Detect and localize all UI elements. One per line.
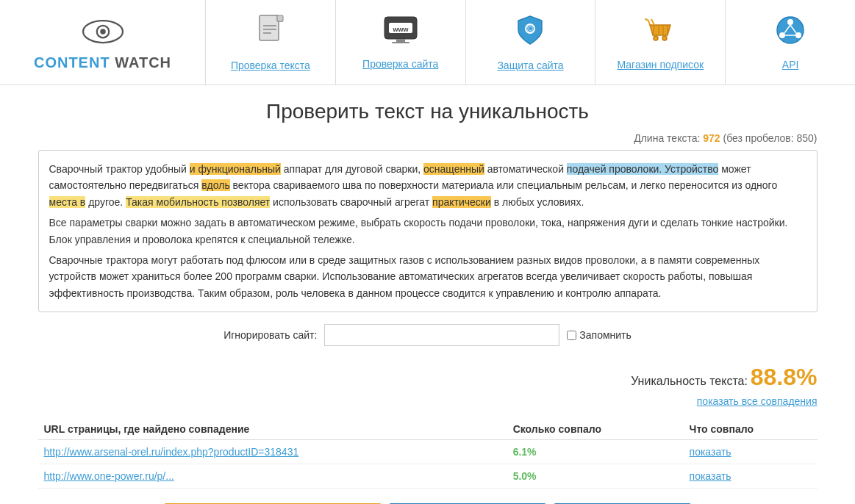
col-action-header: Что совпало: [684, 419, 818, 440]
nav-check-text[interactable]: Проверка текста: [206, 0, 336, 84]
table-row: http://www.one-power.ru/p/...5.0%показат…: [38, 464, 818, 489]
basket-icon: [644, 15, 676, 51]
table-cell-url: http://www.arsenal-orel.ru/index.php?pro…: [38, 440, 507, 464]
document-icon: [257, 14, 285, 52]
table-cell-percent: 6.1%: [507, 440, 684, 464]
svg-text:www: www: [392, 26, 409, 33]
page-title: Проверить текст на уникальность: [38, 100, 818, 123]
nav-protect-site-label: Защита сайта: [497, 60, 563, 71]
highlight-4: вдоль: [201, 179, 229, 191]
logo-area: CONTENT WATCH: [0, 0, 206, 84]
nav-api[interactable]: API: [726, 0, 855, 84]
highlight-7: практически: [432, 196, 491, 208]
show-all-link[interactable]: показать все совпадения: [38, 395, 818, 407]
remember-text: Запомнить: [579, 329, 632, 341]
svg-rect-12: [392, 42, 409, 43]
show-match-link[interactable]: показать: [690, 446, 731, 458]
table-cell-percent: 5.0%: [507, 464, 684, 489]
svg-point-2: [100, 29, 106, 35]
svg-rect-3: [260, 15, 279, 40]
logo-text: CONTENT WATCH: [34, 54, 171, 71]
show-match-link[interactable]: показать: [690, 470, 731, 482]
nav-shop[interactable]: Магазин подписок: [595, 0, 726, 84]
table-cell-url: http://www.one-power.ru/p/...: [38, 464, 507, 489]
logo-icon: [81, 13, 125, 50]
nav-api-label: API: [782, 59, 799, 71]
text-length-info: Длина текста: 972 (без пробелов: 850): [38, 132, 818, 144]
ignore-site-input[interactable]: [324, 324, 559, 346]
ignore-row: Игнорировать сайт: Запомнить: [38, 324, 818, 346]
text-content-box: Сварочный трактор удобный и функциональн…: [38, 150, 818, 312]
hub-icon: [775, 15, 806, 51]
col-url-header: URL страницы, где найдено совпадение: [38, 419, 507, 440]
uniqueness-section: Уникальность текста: 88.8%: [38, 364, 818, 391]
text-length-value: 972: [703, 132, 720, 144]
header: CONTENT WATCH Проверка текста: [0, 0, 855, 85]
logo-content: CONTENT: [34, 54, 110, 71]
nav-check-site-label: Проверка сайта: [362, 58, 438, 70]
result-url-link[interactable]: http://www.arsenal-orel.ru/index.php?pro…: [44, 446, 299, 458]
svg-rect-11: [396, 39, 405, 42]
table-header-row: URL страницы, где найдено совпадение Ско…: [38, 419, 818, 440]
text-paragraph-1: Сварочный трактор удобный и функциональн…: [49, 161, 806, 210]
logo-watch: WATCH: [110, 54, 171, 71]
nav-items: Проверка текста www Проверка сайта: [206, 0, 855, 84]
text-no-spaces: (без пробелов: 850): [723, 132, 818, 144]
col-percent-header: Сколько совпало: [507, 419, 684, 440]
svg-text:©: ©: [527, 24, 534, 35]
nav-shop-label: Магазин подписок: [617, 59, 704, 71]
result-url-link[interactable]: http://www.one-power.ru/p/...: [44, 470, 174, 482]
highlight-2: оснащенный: [423, 163, 484, 175]
highlight-5: места в: [49, 196, 86, 208]
uniqueness-value: 88.8%: [751, 364, 818, 390]
remember-label[interactable]: Запомнить: [567, 329, 632, 341]
nav-check-text-label: Проверка текста: [231, 60, 310, 71]
table-row: http://www.arsenal-orel.ru/index.php?pro…: [38, 440, 818, 464]
table-cell-action: показать: [684, 464, 818, 489]
remember-checkbox[interactable]: [567, 331, 576, 340]
main-content: Проверить текст на уникальность Длина те…: [24, 85, 832, 504]
svg-point-24: [795, 32, 801, 38]
text-paragraph-3: Сварочные трактора могут работать под фл…: [49, 252, 806, 301]
www-icon: www: [383, 15, 418, 51]
svg-point-20: [662, 36, 667, 40]
nav-protect-site[interactable]: © Защита сайта: [466, 0, 596, 84]
text-length-label: Длина текста:: [634, 132, 700, 144]
shield-icon: ©: [515, 14, 545, 52]
text-paragraph-2: Все параметры сварки можно задать в авто…: [49, 215, 806, 248]
results-table: URL страницы, где найдено совпадение Ско…: [38, 419, 818, 489]
highlight-3: подачей проволоки. Устройство: [567, 163, 719, 175]
svg-rect-4: [277, 15, 283, 21]
highlight-6: Такая мобильность позволяет: [126, 196, 270, 208]
highlight-1: и функциональный: [190, 163, 281, 175]
svg-point-23: [779, 32, 785, 38]
svg-point-22: [787, 19, 793, 25]
uniqueness-label: Уникальность текста:: [631, 375, 748, 387]
svg-point-19: [654, 36, 658, 40]
ignore-site-label: Игнорировать сайт:: [223, 329, 317, 341]
nav-check-site[interactable]: www Проверка сайта: [336, 0, 466, 84]
table-cell-action: показать: [684, 440, 818, 464]
